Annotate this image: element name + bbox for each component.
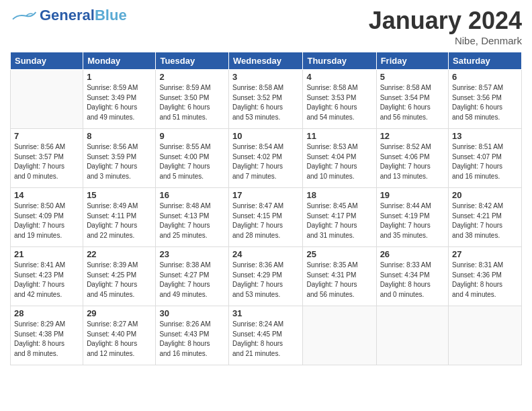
logo-text: GeneralBlue [40, 7, 127, 24]
day-number: 7 [14, 131, 79, 141]
calendar-day: 6Sunrise: 8:57 AM Sunset: 3:56 PM Daylig… [449, 70, 522, 129]
day-detail: Sunrise: 8:58 AM Sunset: 3:54 PM Dayligh… [380, 83, 445, 122]
calendar-day: 23Sunrise: 8:38 AM Sunset: 4:27 PM Dayli… [156, 247, 229, 306]
day-detail: Sunrise: 8:39 AM Sunset: 4:25 PM Dayligh… [87, 261, 152, 300]
calendar-day: 9Sunrise: 8:55 AM Sunset: 4:00 PM Daylig… [156, 129, 229, 188]
calendar-week-5: 28Sunrise: 8:29 AM Sunset: 4:38 PM Dayli… [11, 306, 522, 365]
logo: GeneralBlue [10, 7, 127, 24]
calendar-day: 8Sunrise: 8:56 AM Sunset: 3:59 PM Daylig… [83, 129, 156, 188]
calendar-day: 26Sunrise: 8:33 AM Sunset: 4:34 PM Dayli… [376, 247, 448, 306]
day-number: 11 [306, 131, 372, 141]
day-detail: Sunrise: 8:53 AM Sunset: 4:04 PM Dayligh… [306, 142, 372, 181]
day-detail: Sunrise: 8:47 AM Sunset: 4:15 PM Dayligh… [232, 201, 299, 240]
day-detail: Sunrise: 8:49 AM Sunset: 4:11 PM Dayligh… [87, 201, 152, 240]
day-detail: Sunrise: 8:36 AM Sunset: 4:29 PM Dayligh… [232, 261, 299, 300]
day-number: 3 [232, 72, 299, 82]
day-number: 10 [232, 131, 299, 141]
day-number: 18 [306, 190, 372, 200]
month-title: January 2024 [369, 7, 522, 35]
col-monday: Monday [83, 52, 156, 70]
calendar-day [11, 70, 83, 129]
calendar-day: 27Sunrise: 8:31 AM Sunset: 4:36 PM Dayli… [449, 247, 522, 306]
day-number: 16 [159, 190, 225, 200]
calendar-day: 24Sunrise: 8:36 AM Sunset: 4:29 PM Dayli… [229, 247, 303, 306]
day-detail: Sunrise: 8:58 AM Sunset: 3:53 PM Dayligh… [306, 83, 372, 122]
day-number: 17 [232, 190, 299, 200]
calendar-day: 28Sunrise: 8:29 AM Sunset: 4:38 PM Dayli… [11, 306, 83, 365]
calendar-day: 19Sunrise: 8:44 AM Sunset: 4:19 PM Dayli… [376, 188, 448, 247]
day-detail: Sunrise: 8:59 AM Sunset: 3:50 PM Dayligh… [159, 83, 225, 122]
day-detail: Sunrise: 8:42 AM Sunset: 4:21 PM Dayligh… [452, 201, 518, 240]
calendar-day: 3Sunrise: 8:58 AM Sunset: 3:52 PM Daylig… [229, 70, 303, 129]
calendar-day: 12Sunrise: 8:52 AM Sunset: 4:06 PM Dayli… [376, 129, 448, 188]
day-detail: Sunrise: 8:56 AM Sunset: 3:57 PM Dayligh… [14, 142, 79, 181]
day-number: 9 [159, 131, 225, 141]
calendar-day: 13Sunrise: 8:51 AM Sunset: 4:07 PM Dayli… [449, 129, 522, 188]
day-number: 31 [232, 308, 299, 318]
day-number: 21 [14, 249, 79, 259]
day-detail: Sunrise: 8:29 AM Sunset: 4:38 PM Dayligh… [14, 320, 79, 359]
day-number: 5 [380, 72, 445, 82]
day-number: 25 [306, 249, 372, 259]
calendar-day: 7Sunrise: 8:56 AM Sunset: 3:57 PM Daylig… [11, 129, 83, 188]
calendar-day: 1Sunrise: 8:59 AM Sunset: 3:49 PM Daylig… [83, 70, 156, 129]
day-number: 27 [452, 249, 518, 259]
col-sunday: Sunday [11, 52, 83, 70]
day-number: 1 [87, 72, 152, 82]
calendar-day [303, 306, 376, 365]
title-block: January 2024 Nibe, Denmark [369, 7, 522, 46]
calendar-day: 30Sunrise: 8:26 AM Sunset: 4:43 PM Dayli… [156, 306, 229, 365]
day-detail: Sunrise: 8:33 AM Sunset: 4:34 PM Dayligh… [380, 261, 445, 300]
day-number: 22 [87, 249, 152, 259]
header-row: Sunday Monday Tuesday Wednesday Thursday… [11, 52, 522, 70]
day-detail: Sunrise: 8:54 AM Sunset: 4:02 PM Dayligh… [232, 142, 299, 181]
day-number: 8 [87, 131, 152, 141]
day-detail: Sunrise: 8:48 AM Sunset: 4:13 PM Dayligh… [159, 201, 225, 240]
col-tuesday: Tuesday [156, 52, 229, 70]
day-detail: Sunrise: 8:59 AM Sunset: 3:49 PM Dayligh… [87, 83, 152, 122]
day-detail: Sunrise: 8:51 AM Sunset: 4:07 PM Dayligh… [452, 142, 518, 181]
calendar-week-1: 1Sunrise: 8:59 AM Sunset: 3:49 PM Daylig… [11, 70, 522, 129]
day-number: 4 [306, 72, 372, 82]
day-number: 6 [452, 72, 518, 82]
day-detail: Sunrise: 8:52 AM Sunset: 4:06 PM Dayligh… [380, 142, 445, 181]
calendar-week-4: 21Sunrise: 8:41 AM Sunset: 4:23 PM Dayli… [11, 247, 522, 306]
day-number: 14 [14, 190, 79, 200]
calendar-day: 18Sunrise: 8:45 AM Sunset: 4:17 PM Dayli… [303, 188, 376, 247]
calendar-header: Sunday Monday Tuesday Wednesday Thursday… [11, 52, 522, 70]
calendar-week-2: 7Sunrise: 8:56 AM Sunset: 3:57 PM Daylig… [11, 129, 522, 188]
day-detail: Sunrise: 8:31 AM Sunset: 4:36 PM Dayligh… [452, 261, 518, 300]
day-number: 26 [380, 249, 445, 259]
calendar-day: 4Sunrise: 8:58 AM Sunset: 3:53 PM Daylig… [303, 70, 376, 129]
col-saturday: Saturday [449, 52, 522, 70]
day-number: 15 [87, 190, 152, 200]
calendar-week-3: 14Sunrise: 8:50 AM Sunset: 4:09 PM Dayli… [11, 188, 522, 247]
calendar-day: 2Sunrise: 8:59 AM Sunset: 3:50 PM Daylig… [156, 70, 229, 129]
calendar-day: 10Sunrise: 8:54 AM Sunset: 4:02 PM Dayli… [229, 129, 303, 188]
day-number: 12 [380, 131, 445, 141]
logo-icon [10, 9, 37, 21]
day-number: 2 [159, 72, 225, 82]
calendar-day [449, 306, 522, 365]
day-number: 29 [87, 308, 152, 318]
day-number: 28 [14, 308, 79, 318]
day-detail: Sunrise: 8:35 AM Sunset: 4:31 PM Dayligh… [306, 261, 372, 300]
day-detail: Sunrise: 8:45 AM Sunset: 4:17 PM Dayligh… [306, 201, 372, 240]
day-number: 19 [380, 190, 445, 200]
day-number: 24 [232, 249, 299, 259]
calendar-day: 31Sunrise: 8:24 AM Sunset: 4:45 PM Dayli… [229, 306, 303, 365]
day-detail: Sunrise: 8:55 AM Sunset: 4:00 PM Dayligh… [159, 142, 225, 181]
calendar-day: 21Sunrise: 8:41 AM Sunset: 4:23 PM Dayli… [11, 247, 83, 306]
col-friday: Friday [376, 52, 448, 70]
day-number: 20 [452, 190, 518, 200]
location: Nibe, Denmark [369, 35, 522, 46]
page: GeneralBlue January 2024 Nibe, Denmark S… [0, 0, 532, 411]
calendar-table: Sunday Monday Tuesday Wednesday Thursday… [10, 52, 522, 365]
calendar-day: 17Sunrise: 8:47 AM Sunset: 4:15 PM Dayli… [229, 188, 303, 247]
day-detail: Sunrise: 8:50 AM Sunset: 4:09 PM Dayligh… [14, 201, 79, 240]
day-detail: Sunrise: 8:24 AM Sunset: 4:45 PM Dayligh… [232, 320, 299, 359]
calendar-day: 16Sunrise: 8:48 AM Sunset: 4:13 PM Dayli… [156, 188, 229, 247]
day-detail: Sunrise: 8:44 AM Sunset: 4:19 PM Dayligh… [380, 201, 445, 240]
day-number: 30 [159, 308, 225, 318]
col-wednesday: Wednesday [229, 52, 303, 70]
